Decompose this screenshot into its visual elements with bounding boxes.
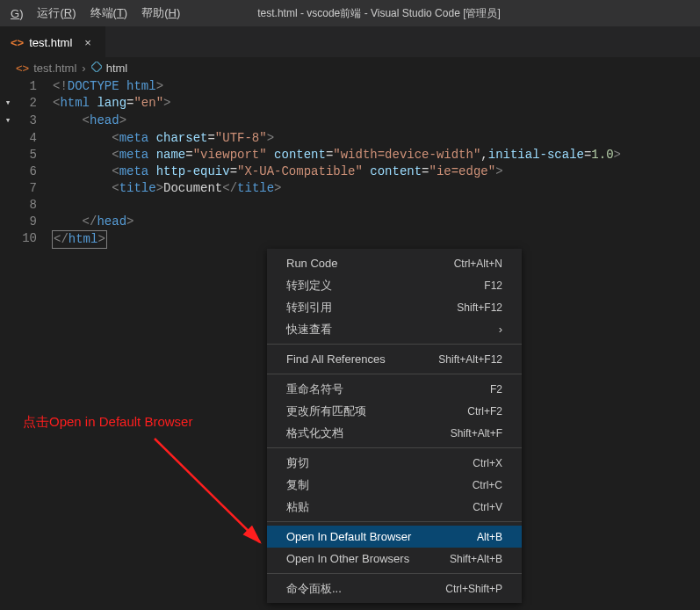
fold-gutter	[0, 147, 16, 163]
fold-gutter	[0, 214, 16, 230]
menu-separator	[267, 344, 522, 345]
svg-line-1	[155, 439, 260, 542]
keyboard-shortcut: Alt+B	[477, 531, 502, 543]
code-content[interactable]: <meta charset="UTF-8">	[53, 130, 274, 147]
breadcrumb-segment[interactable]: test.html	[33, 62, 76, 75]
menu-item-label: 转到引用	[286, 300, 332, 316]
fold-gutter	[0, 163, 16, 180]
close-icon[interactable]: ×	[84, 36, 91, 49]
keyboard-shortcut: Ctrl+Shift+P	[445, 583, 502, 595]
code-content[interactable]: <title>Document</title>	[53, 180, 282, 197]
chevron-right-icon: ›	[499, 323, 502, 336]
code-line[interactable]: 1<!DOCTYPE html>	[0, 78, 700, 95]
line-number: 6	[16, 163, 53, 180]
context-menu-item[interactable]: 剪切Ctrl+X	[267, 452, 522, 474]
window-title: test.html - vscode前端 - Visual Studio Cod…	[187, 6, 700, 21]
menu-item-label: 格式化文档	[286, 425, 343, 441]
menu-bar: G) 运行(R) 终端(T) 帮助(H) test.html - vscode前…	[0, 0, 700, 26]
menu-item[interactable]: G)	[4, 0, 30, 26]
menu-item[interactable]: 终端(T)	[83, 0, 135, 26]
chevron-down-icon[interactable]: ▾	[5, 95, 11, 112]
breadcrumb-segment[interactable]: html	[106, 62, 128, 75]
context-menu-item[interactable]: 转到引用Shift+F12	[267, 296, 522, 318]
context-menu: Run CodeCtrl+Alt+N转到定义F12转到引用Shift+F12快速…	[267, 249, 522, 603]
keyboard-shortcut: Shift+Alt+B	[450, 553, 502, 565]
tab-bar: <> test.html ×	[0, 26, 700, 57]
code-content[interactable]: <html lang="en">	[53, 95, 170, 113]
html-file-icon: <>	[16, 62, 29, 75]
html-file-icon: <>	[11, 36, 24, 49]
code-line[interactable]: 10</html>	[0, 230, 700, 249]
context-menu-item[interactable]: 命令面板...Ctrl+Shift+P	[267, 577, 522, 599]
code-line[interactable]: 5 <meta name="viewport" content="width=d…	[0, 147, 700, 163]
menu-separator	[267, 573, 522, 574]
menu-item-label: 命令面板...	[286, 581, 342, 597]
menu-item-label: Open In Other Browsers	[286, 552, 409, 565]
line-number: 4	[16, 130, 53, 147]
menu-label: 运行(R)	[37, 5, 76, 21]
line-number: 2	[16, 95, 53, 113]
menu-item-label: 重命名符号	[286, 381, 343, 397]
code-content[interactable]: </head>	[53, 214, 134, 230]
menu-item-label: Run Code	[286, 257, 338, 270]
menu-label: 终端(T)	[90, 5, 128, 21]
context-menu-item[interactable]: 转到定义F12	[267, 274, 522, 296]
context-menu-item[interactable]: Find All ReferencesShift+Alt+F12	[267, 348, 522, 370]
code-line[interactable]: 8	[0, 197, 700, 214]
line-number: 9	[16, 214, 53, 230]
code-content[interactable]: <meta http-equiv="X-UA-Compatible" conte…	[53, 163, 503, 180]
code-content[interactable]: </html>	[53, 230, 107, 249]
fold-gutter[interactable]: ▾	[0, 113, 16, 130]
fold-gutter[interactable]: ▾	[0, 95, 16, 113]
code-line[interactable]: ▾3 <head>	[0, 113, 700, 130]
keyboard-shortcut: Shift+Alt+F	[451, 427, 502, 439]
menu-label: 帮助(H)	[141, 5, 180, 21]
code-content[interactable]: <meta name="viewport" content="width=dev…	[53, 147, 621, 163]
chevron-down-icon[interactable]: ▾	[5, 113, 11, 129]
svg-rect-0	[91, 62, 102, 72]
line-number: 3	[16, 113, 53, 130]
keyboard-shortcut: Shift+F12	[457, 301, 502, 314]
context-menu-item[interactable]: 粘贴Ctrl+V	[267, 496, 522, 518]
menu-item-label: 复制	[286, 477, 309, 493]
context-menu-item[interactable]: 格式化文档Shift+Alt+F	[267, 422, 522, 444]
code-line[interactable]: 9 </head>	[0, 214, 700, 230]
context-menu-item[interactable]: Run CodeCtrl+Alt+N	[267, 252, 522, 274]
fold-gutter	[0, 197, 16, 214]
menu-item-label: 更改所有匹配项	[286, 403, 366, 419]
menu-item-label: 快速查看	[286, 322, 332, 338]
breadcrumb[interactable]: <> test.html › html	[0, 57, 700, 78]
code-line[interactable]: 4 <meta charset="UTF-8">	[0, 130, 700, 147]
annotation-arrow	[149, 433, 281, 556]
keyboard-shortcut: Ctrl+F2	[467, 405, 502, 418]
line-number: 5	[16, 147, 53, 163]
menu-label: G)	[11, 7, 23, 20]
tab-test-html[interactable]: <> test.html ×	[0, 26, 105, 57]
keyboard-shortcut: F12	[484, 280, 502, 292]
menu-item[interactable]: 运行(R)	[30, 0, 83, 26]
code-content[interactable]: <head>	[53, 113, 126, 130]
context-menu-item[interactable]: 快速查看›	[267, 318, 522, 340]
code-content[interactable]: <!DOCTYPE html>	[53, 78, 163, 95]
context-menu-item[interactable]: Open In Other BrowsersShift+Alt+B	[267, 548, 522, 570]
element-icon	[91, 62, 102, 75]
context-menu-item[interactable]: Open In Default BrowserAlt+B	[267, 526, 522, 548]
code-line[interactable]: 6 <meta http-equiv="X-UA-Compatible" con…	[0, 163, 700, 180]
menu-separator	[267, 521, 522, 522]
menu-item[interactable]: 帮助(H)	[134, 0, 187, 26]
keyboard-shortcut: Ctrl+V	[473, 501, 502, 513]
annotation-text: 点击Open in Default Browser	[23, 414, 192, 431]
menu-separator	[267, 374, 522, 374]
code-line[interactable]: 7 <title>Document</title>	[0, 180, 700, 197]
code-line[interactable]: ▾2<html lang="en">	[0, 95, 700, 113]
tab-label: test.html	[29, 36, 72, 49]
context-menu-item[interactable]: 更改所有匹配项Ctrl+F2	[267, 400, 522, 422]
context-menu-item[interactable]: 复制Ctrl+C	[267, 474, 522, 496]
line-number: 10	[16, 230, 53, 249]
code-editor[interactable]: 1<!DOCTYPE html>▾2<html lang="en">▾3 <he…	[0, 78, 700, 249]
menu-item-label: Find All References	[286, 352, 386, 366]
keyboard-shortcut: F2	[490, 383, 502, 396]
context-menu-item[interactable]: 重命名符号F2	[267, 378, 522, 400]
chevron-right-icon: ›	[82, 62, 85, 75]
fold-gutter	[0, 180, 16, 197]
